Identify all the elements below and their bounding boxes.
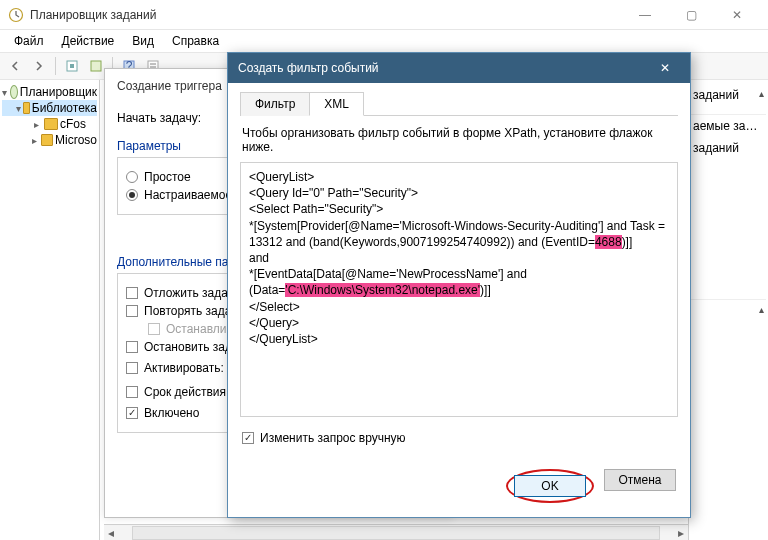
close-icon[interactable]: ✕ [650, 61, 680, 75]
actions-item[interactable]: аемые за… [691, 115, 766, 137]
menu-help[interactable]: Справка [164, 32, 227, 50]
scroll-left-icon[interactable]: ◂ [104, 526, 118, 540]
folder-icon [41, 134, 52, 146]
tree-item-label: Microso [55, 133, 97, 147]
actions-panel: заданий▴ аемые за… заданий ▴ [688, 80, 768, 540]
maximize-button[interactable]: ▢ [668, 0, 714, 30]
app-icon [8, 7, 24, 23]
tab-filter[interactable]: Фильтр [240, 92, 310, 116]
xml-line: </QueryList> [249, 331, 669, 347]
collapse-icon[interactable]: ▾ [2, 86, 8, 98]
actions-item[interactable]: заданий▴ [691, 84, 766, 106]
highlight-path: 'C:\Windows\System32\notepad.exe' [285, 283, 480, 297]
dialog-buttons: OK Отмена [228, 459, 690, 517]
check-manual-edit[interactable]: Изменить запрос вручную [242, 431, 676, 445]
tree-item-cfos[interactable]: ▸ cFos [2, 116, 97, 132]
collapse-icon[interactable]: ▾ [16, 102, 21, 114]
tree-root-label: Планировщик [20, 85, 97, 99]
highlight-eventid: 4688 [595, 235, 622, 249]
horizontal-scrollbar[interactable]: ◂ ▸ [104, 524, 688, 540]
xml-line: <QueryList> [249, 169, 669, 185]
nav-back-button[interactable] [4, 55, 26, 77]
ok-highlight-ring: OK [506, 469, 594, 503]
collapse-icon[interactable]: ▴ [759, 304, 764, 315]
folder-icon [44, 118, 58, 130]
expand-icon[interactable]: ▸ [30, 134, 39, 146]
folder-icon [23, 102, 30, 114]
tree-lib-label: Библиотека [32, 101, 97, 115]
filter-dialog-titlebar[interactable]: Создать фильтр событий ✕ [228, 53, 690, 83]
collapse-icon[interactable]: ▴ [759, 88, 764, 99]
xml-query-box[interactable]: <QueryList> <Query Id="0" Path="Security… [240, 162, 678, 417]
menu-file[interactable]: Файл [6, 32, 52, 50]
svg-rect-2 [70, 64, 74, 68]
xml-line: <Select Path="Security"> [249, 201, 669, 217]
menu-view[interactable]: Вид [124, 32, 162, 50]
xml-line: <Query Id="0" Path="Security"> [249, 185, 669, 201]
tree-item-label: cFos [60, 117, 86, 131]
svg-rect-3 [91, 61, 101, 71]
toolbar-separator [55, 57, 56, 75]
scroll-right-icon[interactable]: ▸ [674, 526, 688, 540]
window-controls: — ▢ ✕ [622, 0, 760, 30]
left-tree: ▾ Планировщик ▾ Библиотека ▸ cFos ▸ Micr… [0, 80, 100, 540]
filter-dialog-title: Создать фильтр событий [238, 61, 650, 75]
minimize-button[interactable]: — [622, 0, 668, 30]
close-button[interactable]: ✕ [714, 0, 760, 30]
filter-tabs: Фильтр XML [240, 91, 678, 116]
expand-icon[interactable]: ▸ [30, 118, 42, 130]
xml-line: *[EventData[Data[@Name='NewProcessName']… [249, 266, 669, 298]
xml-line: *[System[Provider[@Name='Microsoft-Windo… [249, 218, 669, 250]
actions-separator [691, 106, 766, 115]
tree-library[interactable]: ▾ Библиотека [2, 100, 97, 116]
event-filter-dialog: Создать фильтр событий ✕ Фильтр XML Чтоб… [227, 52, 691, 518]
scheduler-icon [10, 85, 18, 99]
xml-line: </Select> [249, 299, 669, 315]
filter-hint: Чтобы организовать фильтр событий в форм… [242, 126, 676, 154]
xml-line: and [249, 250, 669, 266]
actions-item[interactable]: ▴ [691, 299, 766, 319]
tree-item-microsoft[interactable]: ▸ Microso [2, 132, 97, 148]
tree-root[interactable]: ▾ Планировщик [2, 84, 97, 100]
main-titlebar: Планировщик заданий — ▢ ✕ [0, 0, 768, 30]
cancel-button[interactable]: Отмена [604, 469, 676, 491]
scope-icon[interactable] [61, 55, 83, 77]
scroll-track[interactable] [132, 526, 660, 540]
nav-fwd-button[interactable] [28, 55, 50, 77]
actions-item[interactable]: заданий [691, 137, 766, 159]
window-title: Планировщик заданий [30, 8, 622, 22]
menu-action[interactable]: Действие [54, 32, 123, 50]
tab-xml[interactable]: XML [309, 92, 364, 116]
xml-line: </Query> [249, 315, 669, 331]
ok-button[interactable]: OK [514, 475, 586, 497]
menubar: Файл Действие Вид Справка [0, 30, 768, 52]
